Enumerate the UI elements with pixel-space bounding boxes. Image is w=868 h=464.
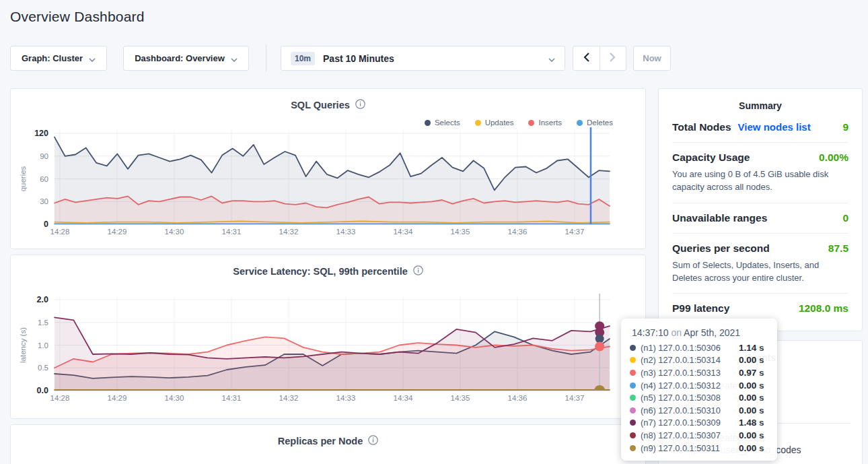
series-dot-icon [630,445,636,451]
p99-latency-value: 1208.0 ms [799,302,848,314]
summary-total-nodes-section: Total Nodes View nodes list 9 [672,120,848,142]
service-latency-chart[interactable]: 14:2814:2914:3014:3114:3214:3314:3414:35… [11,285,645,412]
svg-text:14:35: 14:35 [451,394,470,402]
series-dot-icon [630,432,636,438]
tooltip-node-label: (n9) 127.0.0.1:50311 [641,443,739,453]
chart-canvas: 14:2814:2914:3014:3114:3214:3314:3414:35… [11,119,645,243]
chevron-down-icon [548,53,555,65]
chevron-down-icon [231,53,238,65]
svg-text:14:33: 14:33 [336,394,356,402]
sql-queries-title-row: SQL Queries [11,99,645,111]
svg-text:14:34: 14:34 [394,228,413,236]
dashboard-dropdown[interactable]: Dashboard: Overview [123,46,249,71]
svg-text:0.5: 0.5 [38,364,48,372]
svg-text:14:31: 14:31 [222,228,242,236]
svg-text:14:37: 14:37 [565,228,585,236]
tooltip-node-row: (n3) 127.0.0.1:503130.97 s [630,366,768,379]
svg-text:queries: queries [19,166,27,191]
svg-text:60: 60 [40,175,48,183]
crosshair-dot-icon [595,342,604,352]
svg-text:14:28: 14:28 [50,228,70,236]
svg-text:14:28: 14:28 [50,394,70,402]
tooltip-node-row: (n1) 127.0.0.1:503061.14 s [630,341,768,354]
svg-text:14:31: 14:31 [222,394,242,402]
info-icon[interactable] [413,265,423,277]
qps-value: 87.5 [828,242,848,255]
svg-text:latency (s): latency (s) [19,327,27,363]
series-dot-icon [630,407,636,413]
chevron-right-icon [610,53,616,65]
series-dot-icon [630,370,636,376]
summary-capacity-section: Capacity Usage 0.00% You are using 0 B o… [672,142,848,203]
time-range-label: Past 10 Minutes [323,53,394,64]
toolbar-divider [266,44,266,71]
series-dot-icon [630,420,636,426]
svg-text:1.5: 1.5 [38,319,48,327]
tooltip-node-value: 0.00 s [739,393,768,403]
svg-text:14:35: 14:35 [451,228,470,236]
tooltip-node-value: 0.97 s [739,368,768,378]
chevron-left-icon [583,53,589,65]
previous-timespan-button[interactable] [573,46,600,70]
total-nodes-label: Total Nodes [672,121,731,133]
tooltip-node-row: (n6) 127.0.0.1:503100.00 s [630,404,768,417]
service-latency-panel: Service Latency: SQL, 99th percentile 14… [10,255,646,419]
tooltip-node-value: 0.00 s [739,430,768,440]
page-title: Overview Dashboard [10,9,145,25]
tooltip-node-label: (n5) 127.0.0.1:50308 [641,393,739,403]
svg-text:2.0: 2.0 [37,295,48,304]
tooltip-node-label: (n4) 127.0.0.1:50312 [641,380,739,391]
tooltip-node-value: 1.48 s [739,418,768,428]
series-dot-icon [630,345,636,351]
tooltip-node-label: (n8) 127.0.0.1:50307 [641,430,739,440]
dashboard-dropdown-label: Dashboard: Overview [135,53,225,63]
tooltip-node-row: (n5) 127.0.0.1:503080.00 s [630,391,768,404]
service-latency-title-row: Service Latency: SQL, 99th percentile [11,265,645,277]
view-nodes-list-link[interactable]: View nodes list [738,121,811,133]
time-range-badge: 10m [291,52,315,65]
svg-text:14:37: 14:37 [565,394,585,402]
replicas-per-node-panel: Replicas per Node [10,424,646,464]
tooltip-node-value: 1.14 s [739,343,768,353]
capacity-usage-value: 0.00% [819,152,848,164]
tooltip-node-row: (n9) 127.0.0.1:503110.00 s [630,442,768,455]
summary-qps-section: Queries per second 87.5 Sum of Selects, … [672,233,848,294]
summary-unavailable-section: Unavailable ranges 0 [672,203,848,233]
tooltip-time: 14:37:10 [632,327,669,338]
info-icon[interactable] [368,435,378,447]
chart-hover-tooltip: 14:37:10 on Apr 5th, 2021 (n1) 127.0.0.1… [621,319,777,461]
service-latency-title: Service Latency: SQL, 99th percentile [233,266,408,277]
tooltip-rows: (n1) 127.0.0.1:503061.14 s(n2) 127.0.0.1… [630,341,768,454]
tooltip-node-row: (n7) 127.0.0.1:503091.48 s [630,417,768,430]
svg-text:14:32: 14:32 [279,394,299,402]
tooltip-node-row: (n8) 127.0.0.1:503070.00 s [630,429,768,442]
svg-text:14:29: 14:29 [108,228,127,236]
series-dot-icon [630,383,636,389]
tooltip-node-row: (n4) 127.0.0.1:503120.00 s [630,379,768,392]
replicas-title: Replicas per Node [278,436,363,446]
graph-dropdown[interactable]: Graph: Cluster [10,46,107,71]
p99-latency-label: P99 latency [672,302,729,314]
tooltip-date: Apr 5th, 2021 [684,327,740,338]
sql-queries-title: SQL Queries [291,100,350,110]
now-button[interactable]: Now [633,46,671,71]
tooltip-node-label: (n2) 127.0.0.1:50314 [641,355,739,365]
svg-text:1.0: 1.0 [38,341,48,350]
tooltip-node-label: (n3) 127.0.0.1:50313 [641,368,739,378]
svg-text:90: 90 [40,152,48,160]
graph-dropdown-label: Graph: Cluster [22,53,83,63]
qps-label: Queries per second [672,242,770,255]
svg-text:30: 30 [40,197,48,205]
tooltip-node-label: (n1) 127.0.0.1:50306 [641,343,739,353]
info-icon[interactable] [355,99,365,111]
time-nav-group [573,46,626,71]
tooltip-node-label: (n6) 127.0.0.1:50310 [641,405,739,416]
svg-text:120: 120 [34,129,48,138]
svg-text:14:34: 14:34 [394,394,413,402]
tooltip-node-label: (n7) 127.0.0.1:50309 [641,418,739,428]
sql-queries-chart[interactable]: 14:2814:2914:3014:3114:3214:3314:3414:35… [11,119,645,246]
summary-title: Summary [659,89,862,120]
svg-text:0: 0 [44,220,48,229]
next-timespan-button[interactable] [600,46,626,70]
time-range-dropdown[interactable]: 10m Past 10 Minutes [281,46,565,71]
